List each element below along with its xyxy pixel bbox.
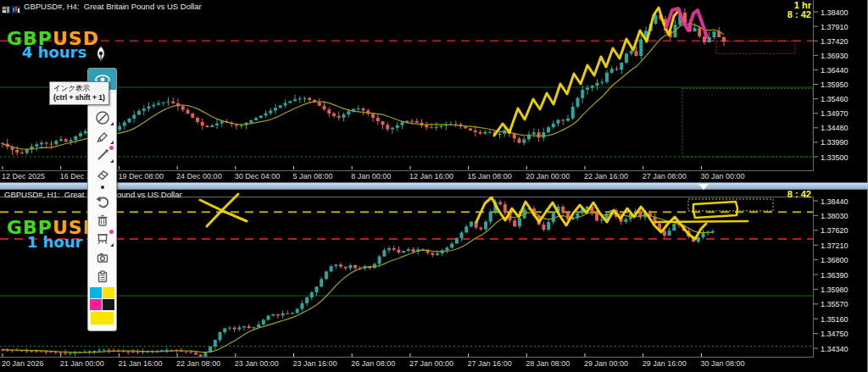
ink-annotation-toolbar <box>87 68 117 331</box>
time-axis-label: 21 Jan 16:00 <box>118 359 162 368</box>
time-axis-label: 27 Jan 00:00 <box>409 359 453 368</box>
time-axis-label: 30 Dec 04:00 <box>235 172 281 180</box>
time-axis-label: 20 Jan 00:00 <box>526 172 570 180</box>
tool-active-dot <box>109 146 114 150</box>
whiteboard-icon[interactable] <box>90 230 114 247</box>
time-axis-label: 22 Jan 16:00 <box>584 172 628 180</box>
price-axis-label: 1.36390 <box>821 271 849 280</box>
current-color-swatch[interactable] <box>91 312 114 325</box>
scroll-position-marker[interactable] <box>698 184 709 190</box>
price-axis-label: 1.35460 <box>821 95 849 103</box>
price-axis-label: 1.35160 <box>821 315 849 324</box>
ink-x-mark-stroke-2[interactable] <box>207 194 238 226</box>
tool-options-corner <box>110 243 114 247</box>
price-axis-label: 1.33500 <box>821 153 849 162</box>
color-swatch-black[interactable] <box>103 299 114 310</box>
pen-off-icon[interactable] <box>90 108 114 126</box>
price-axis-label: 1.36440 <box>821 66 849 75</box>
price-axis-label: 1.34750 <box>821 330 849 338</box>
chart-window-icon <box>2 2 10 9</box>
time-axis-label: 29 Jan 16:00 <box>643 359 687 368</box>
candlestick-chart-icon <box>12 2 20 9</box>
trash-icon[interactable] <box>90 211 114 229</box>
price-axis-label: 1.37210 <box>821 242 849 250</box>
time-axis-label: 12 Jan 16:00 <box>409 172 453 180</box>
bottom-chart-candle-timer: 8 : 42 <box>787 190 811 199</box>
time-axis-label: 24 Dec 00:00 <box>176 172 222 180</box>
price-axis-label: 1.36800 <box>821 256 849 264</box>
tool-options-corner <box>110 122 114 125</box>
time-axis-label: 20 Jan 2026 <box>2 359 44 368</box>
tooltip-text: インク表示 <box>53 84 105 93</box>
time-axis-label: 5 Jan 08:00 <box>293 172 333 180</box>
tooltip-shortcut: (ctrl + shift + 1) <box>53 93 105 103</box>
time-axis-label: 15 Jan 08:00 <box>468 172 512 180</box>
ink-top-rally-zigzag[interactable] <box>494 8 684 136</box>
price-axis-label: 1.34480 <box>821 124 849 132</box>
camera-icon[interactable] <box>90 248 114 266</box>
top-chart-title: GBPUSD#, H4: Great Britain Pound vs US D… <box>24 2 202 11</box>
time-axis-label: 30 Jan 08:00 <box>700 359 744 368</box>
highlighter-icon[interactable] <box>90 127 114 145</box>
ink-drawn-rectangle[interactable] <box>693 202 737 218</box>
price-axis-label: 1.34970 <box>821 109 849 118</box>
chart-plot-H4[interactable] <box>0 8 814 157</box>
price-axis-label: 1.34340 <box>821 345 849 353</box>
time-axis-label: 30 Jan 00:00 <box>700 172 744 180</box>
color-swatch-yellow[interactable] <box>103 287 114 298</box>
clipboard-icon[interactable] <box>90 267 114 285</box>
price-axis-label: 1.37620 <box>821 226 849 235</box>
dot-size-indicator[interactable] <box>90 183 114 192</box>
undo-icon[interactable] <box>90 192 114 210</box>
time-axis-label: 27 Jan 08:00 <box>643 172 687 180</box>
top-timeframe-annotation: 4 hours <box>22 43 86 61</box>
time-axis-label: 12 Dec 2025 <box>2 172 45 180</box>
price-box[interactable] <box>716 42 795 54</box>
price-box[interactable] <box>682 88 813 157</box>
price-axis-label: 1.35980 <box>821 286 849 294</box>
tool-active-dot <box>109 230 114 234</box>
price-axis-label: 1.33990 <box>821 138 849 147</box>
ink-tooltip: インク表示 (ctrl + shift + 1) <box>49 81 109 105</box>
trading-workspace: GBPUSD#, H4: Great Britain Pound vs US D… <box>0 0 868 372</box>
time-axis-label: 29 Jan 00:00 <box>584 359 628 368</box>
time-axis-label: 27 Jan 16:00 <box>468 359 512 368</box>
time-axis-label: 26 Jan 08:00 <box>351 359 395 368</box>
tool-options-corner <box>110 141 114 144</box>
time-axis-label: 8 Jan 00:00 <box>351 172 391 180</box>
chart-plot-H1[interactable] <box>0 199 814 358</box>
price-axis-label: 1.36930 <box>821 52 849 60</box>
price-axis-label: 1.35570 <box>821 300 849 308</box>
line-tool-icon[interactable] <box>90 146 114 164</box>
time-axis-label: 19 Dec 08:00 <box>118 172 164 180</box>
price-axis-label: 1.37910 <box>821 23 849 31</box>
eraser-icon[interactable] <box>90 164 114 182</box>
time-axis-label: 28 Jan 08:00 <box>526 359 570 368</box>
top-chart-candle-timer: 1 hr 8 : 42 <box>787 1 811 19</box>
price-axis-label: 1.35950 <box>821 81 849 89</box>
price-box[interactable] <box>688 199 773 211</box>
price-axis-label: 1.38440 <box>821 197 849 206</box>
time-axis-label: 23 Jan 00:00 <box>235 359 279 368</box>
time-axis-label: 21 Jan 00:00 <box>60 359 104 368</box>
price-axis-label: 1.37420 <box>821 37 849 46</box>
color-palette <box>90 287 114 310</box>
price-axis-label: 1.38030 <box>821 212 849 220</box>
price-axis-label: 1.38400 <box>821 8 849 17</box>
bottom-timeframe-annotation: 1 hour <box>27 233 83 251</box>
color-swatch-cyan[interactable] <box>90 287 102 298</box>
tool-options-corner <box>110 159 114 163</box>
time-axis-label: 22 Jan 08:00 <box>176 359 220 368</box>
color-swatch-magenta[interactable] <box>90 299 102 310</box>
chart-splitter[interactable] <box>0 182 868 190</box>
time-axis-label: 23 Jan 16:00 <box>293 359 337 368</box>
ink-underline-segment[interactable] <box>655 221 748 222</box>
